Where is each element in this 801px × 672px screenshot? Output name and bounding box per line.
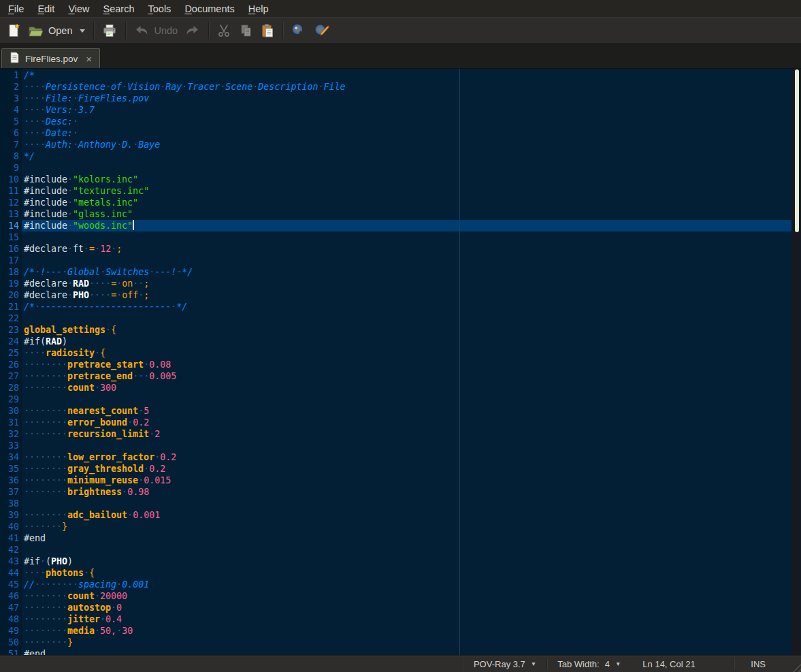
code-line[interactable] [22, 313, 801, 324]
code-line[interactable]: ·······} [22, 521, 801, 532]
resize-grip[interactable] [789, 660, 801, 672]
code-line[interactable]: #include·"kolors.inc" [22, 174, 801, 185]
token-com: Baye [138, 140, 160, 150]
whitespace-marker: ········ [35, 579, 78, 590]
code-line[interactable]: ········nearest_count·5 [22, 405, 801, 417]
code-line[interactable]: ····Persistence·of·Vision·Ray·Tracer·Sce… [22, 81, 801, 93]
token-num: 0.4 [105, 614, 122, 624]
code-line[interactable]: ····Date:· [22, 127, 801, 139]
editor[interactable]: 1234567891011121314151617181920212223242… [0, 69, 801, 655]
open-button[interactable]: Open [24, 21, 76, 40]
code-line[interactable]: #if(RAD) [22, 336, 801, 347]
menu-tools[interactable]: Tools [142, 1, 178, 16]
token-kw: adc_bailout [67, 510, 127, 520]
new-button[interactable] [3, 21, 24, 40]
code-line[interactable]: #include·"metals.inc" [22, 197, 801, 208]
language-selector[interactable]: POV-Ray 3.7 ▼ [463, 656, 546, 672]
whitespace-marker: ········ [24, 464, 67, 474]
tab-close-icon[interactable]: × [83, 54, 92, 64]
code-line[interactable] [22, 440, 801, 451]
find-replace-icon [314, 23, 330, 38]
code-line[interactable]: #end [22, 532, 801, 544]
code-line[interactable]: ········pretrace_end···0.005 [22, 370, 801, 382]
menu-mnemonic: F [8, 3, 14, 14]
code-line[interactable]: ····File:·FireFlies.pov [22, 93, 801, 104]
code-line[interactable]: #declare·ft·=·12·; [22, 243, 801, 255]
scrollbar-thumb[interactable] [795, 69, 799, 232]
code-line[interactable]: #include·"textures.inc" [22, 185, 801, 197]
replace-button[interactable] [310, 21, 333, 40]
menu-help[interactable]: Help [242, 1, 276, 16]
tab-width-label: Tab Width: [557, 659, 599, 669]
code-line[interactable]: ····Auth:·Anthony·D.·Baye [22, 139, 801, 150]
menu-view[interactable]: View [61, 1, 96, 16]
code-line[interactable]: #if·(PHO) [22, 556, 801, 567]
code-area[interactable]: /*····Persistence·of·Vision·Ray·Tracer·S… [22, 69, 801, 655]
menu-edit[interactable]: Edit [31, 1, 61, 16]
line-number: 44 [0, 567, 22, 579]
code-line[interactable] [22, 498, 801, 509]
whitespace-marker: ···· [89, 278, 111, 289]
code-line[interactable]: //········spacing·0.001 [22, 579, 801, 590]
code-line[interactable]: ········error_bound·0.2 [22, 417, 801, 428]
code-line[interactable]: ········autostop·0 [22, 602, 801, 613]
code-line[interactable]: ····Desc:· [22, 116, 801, 127]
whitespace-marker: · [62, 267, 67, 277]
menu-search[interactable]: Search [97, 1, 142, 16]
token-com: Auth: [46, 140, 73, 150]
code-line[interactable] [22, 394, 801, 405]
code-line[interactable]: */ [22, 150, 801, 162]
code-line[interactable]: #end [22, 648, 801, 655]
code-line[interactable] [22, 162, 801, 174]
whitespace-marker: ········ [24, 475, 67, 485]
dropdown-arrow-icon: ▼ [615, 660, 621, 667]
token-kw: media [67, 626, 95, 636]
token-com: !--- [40, 267, 62, 277]
code-line[interactable]: /*·------------------------·*/ [22, 301, 801, 313]
tab-fireflies[interactable]: FireFlies.pov × [1, 48, 100, 68]
paste-button[interactable] [257, 21, 278, 40]
code-line[interactable]: ····radiosity·{ [22, 347, 801, 359]
whitespace-marker: ········ [24, 383, 67, 393]
open-menu-button[interactable] [76, 26, 89, 35]
menu-documents[interactable]: Documents [178, 1, 241, 16]
code-line[interactable]: ········jitter·0.4 [22, 613, 801, 625]
code-line[interactable]: ········recursion_limit·2 [22, 428, 801, 440]
line-number: 7 [0, 139, 22, 150]
code-line[interactable] [22, 255, 801, 266]
vertical-scrollbar[interactable] [791, 69, 801, 655]
print-button[interactable] [98, 21, 121, 40]
line-number: 13 [0, 208, 22, 220]
code-line[interactable]: #declare·PHO····=·off·; [22, 289, 801, 301]
line-number: 39 [0, 509, 22, 521]
code-line[interactable]: #include·"glass.inc" [22, 208, 801, 220]
code-line[interactable]: ········brightness·0.98 [22, 486, 801, 498]
code-line[interactable]: ········minimum_reuse·0.015 [22, 475, 801, 486]
code-line[interactable]: ········media·50,·30 [22, 625, 801, 637]
code-line[interactable]: ········} [22, 637, 801, 648]
token-def: #declare [24, 244, 67, 254]
line-number: 29 [0, 394, 22, 405]
code-line[interactable]: /* [22, 69, 801, 81]
code-line[interactable] [22, 544, 801, 556]
tab-width-selector[interactable]: Tab Width: 4 ▼ [547, 656, 631, 672]
code-line[interactable]: ····photons·{ [22, 567, 801, 579]
code-line[interactable]: #declare·RAD····=·on··; [22, 278, 801, 289]
token-com: File: [46, 93, 73, 103]
token-id: RAD [73, 278, 89, 289]
code-line[interactable]: ········gray_threshold·0.2 [22, 463, 801, 475]
code-line[interactable]: ········pretrace_start·0.08 [22, 359, 801, 370]
code-line[interactable]: ····Vers:·3.7 [22, 104, 801, 116]
token-op: = [111, 278, 116, 289]
find-button[interactable] [287, 21, 310, 40]
code-line[interactable]: global_settings·{ [22, 324, 801, 336]
code-line[interactable]: ········count·20000 [22, 590, 801, 602]
menu-file[interactable]: File [1, 1, 31, 16]
code-line[interactable]: #include·"woods.inc" [22, 220, 801, 231]
code-line[interactable]: ········adc_bailout·0.001 [22, 509, 801, 521]
code-line[interactable]: ········count·300 [22, 382, 801, 394]
code-line[interactable]: ········low_error_factor·0.2 [22, 451, 801, 463]
code-line[interactable]: /*·!---·Global·Switches·---!·*/ [22, 266, 801, 278]
token-op: = [89, 244, 95, 254]
code-line[interactable] [22, 231, 801, 243]
